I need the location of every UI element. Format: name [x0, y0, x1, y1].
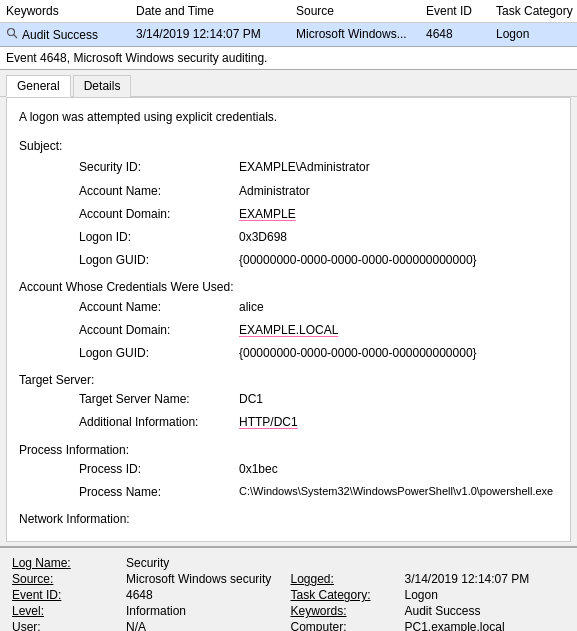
subject-logon-guid-value: {00000000-0000-0000-0000-000000000000} — [239, 251, 558, 270]
source-label: Source: — [12, 572, 122, 586]
level-label: Level: — [12, 604, 122, 618]
task-cat-label: Task Category: — [291, 588, 401, 602]
process-label: Process Information: — [19, 443, 129, 457]
table-row[interactable]: Audit Success 3/14/2019 12:14:07 PM Micr… — [0, 23, 577, 46]
process-field-1: Process Name: C:\Windows\System32\Window… — [79, 483, 558, 502]
tab-details[interactable]: Details — [73, 75, 132, 97]
acct-account-domain-label: Account Domain: — [79, 321, 239, 340]
tab-general[interactable]: General — [6, 75, 71, 97]
col-source: Source — [294, 2, 424, 20]
acct-account-name-value: alice — [239, 298, 558, 317]
col-keywords: Keywords — [4, 2, 134, 20]
target-server-name-value: DC1 — [239, 390, 558, 409]
subject-account-name-label: Account Name: — [79, 182, 239, 201]
row-eventid: 4648 — [424, 25, 494, 44]
row-source: Microsoft Windows... — [294, 25, 424, 44]
table-header: Keywords Date and Time Source Event ID T… — [0, 0, 577, 23]
acct-field-2: Logon GUID: {00000000-0000-0000-0000-000… — [79, 344, 558, 363]
acct-account-name-label: Account Name: — [79, 298, 239, 317]
row-keywords: Audit Success — [4, 25, 134, 44]
acct-logon-guid-label: Logon GUID: — [79, 344, 239, 363]
search-icon — [6, 27, 18, 42]
subject-logon-id-label: Logon ID: — [79, 228, 239, 247]
target-server-name-label: Target Server Name: — [79, 390, 239, 409]
acct-section: Account Whose Credentials Were Used: Acc… — [19, 278, 558, 363]
target-additional-info-label: Additional Information: — [79, 413, 239, 432]
network-section: Network Information: — [19, 510, 558, 529]
col-datetime: Date and Time — [134, 2, 294, 20]
subject-field-0: Security ID: EXAMPLE\Administrator — [79, 158, 558, 177]
acct-field-0: Account Name: alice — [79, 298, 558, 317]
tab-bar: General Details — [0, 70, 577, 97]
intro-text: A logon was attempted using explicit cre… — [19, 108, 558, 127]
user-value: N/A — [126, 620, 287, 631]
keywords-label: Keywords: — [291, 604, 401, 618]
acct-logon-guid-value: {00000000-0000-0000-0000-000000000000} — [239, 344, 558, 363]
logged-value: 3/14/2019 12:14:07 PM — [405, 572, 566, 586]
subject-account-domain-value: EXAMPLE — [239, 205, 558, 224]
main-panel: A logon was attempted using explicit cre… — [6, 97, 571, 542]
task-cat-value: Logon — [405, 588, 566, 602]
subject-field-1: Account Name: Administrator — [79, 182, 558, 201]
eventid-value: 4648 — [126, 588, 287, 602]
subject-label: Subject: — [19, 137, 558, 156]
logged-label: Logged: — [291, 572, 401, 586]
col-category: Task Category — [494, 2, 577, 20]
process-name-label: Process Name: — [79, 483, 239, 502]
keywords-value: Audit Success — [405, 604, 566, 618]
acct-account-domain-value: EXAMPLE.LOCAL — [239, 321, 558, 340]
row-category: Logon — [494, 25, 577, 44]
subject-logon-id-value: 0x3D698 — [239, 228, 558, 247]
subject-security-id-label: Security ID: — [79, 158, 239, 177]
subject-field-3: Logon ID: 0x3D698 — [79, 228, 558, 247]
acct-label: Account Whose Credentials Were Used: — [19, 280, 234, 294]
computer-label: Computer: — [291, 620, 401, 631]
svg-point-0 — [8, 29, 15, 36]
log-name-label: Log Name: — [12, 556, 122, 570]
process-id-label: Process ID: — [79, 460, 239, 479]
target-field-1: Additional Information: HTTP/DC1 — [79, 413, 558, 432]
target-additional-info-value: HTTP/DC1 — [239, 413, 558, 432]
subject-security-id-value: EXAMPLE\Administrator — [239, 158, 558, 177]
eventid-label: Event ID: — [12, 588, 122, 602]
col-eventid: Event ID — [424, 2, 494, 20]
computer-value: PC1.example.local — [405, 620, 566, 631]
level-value: Information — [126, 604, 287, 618]
info-grid: Log Name: Security Source: Microsoft Win… — [12, 556, 565, 631]
subject-field-4: Logon GUID: {00000000-0000-0000-0000-000… — [79, 251, 558, 270]
info-panel: Log Name: Security Source: Microsoft Win… — [0, 546, 577, 631]
target-field-0: Target Server Name: DC1 — [79, 390, 558, 409]
subject-account-domain-label: Account Domain: — [79, 205, 239, 224]
user-label: User: — [12, 620, 122, 631]
svg-line-1 — [14, 35, 18, 39]
source-value: Microsoft Windows security — [126, 572, 287, 586]
subject-logon-guid-label: Logon GUID: — [79, 251, 239, 270]
row-datetime: 3/14/2019 12:14:07 PM — [134, 25, 294, 44]
process-field-0: Process ID: 0x1bec — [79, 460, 558, 479]
acct-field-1: Account Domain: EXAMPLE.LOCAL — [79, 321, 558, 340]
target-section: Target Server: Target Server Name: DC1 A… — [19, 371, 558, 433]
process-id-value: 0x1bec — [239, 460, 558, 479]
subject-account-name-value: Administrator — [239, 182, 558, 201]
process-section: Process Information: Process ID: 0x1bec … — [19, 441, 558, 503]
subject-section: Subject: Security ID: EXAMPLE\Administra… — [19, 137, 558, 270]
subject-field-2: Account Domain: EXAMPLE — [79, 205, 558, 224]
target-label: Target Server: — [19, 373, 94, 387]
event-description: Event 4648, Microsoft Windows security a… — [0, 46, 577, 70]
process-name-value: C:\Windows\System32\WindowsPowerShell\v1… — [239, 483, 558, 502]
network-label: Network Information: — [19, 512, 130, 526]
log-name-value: Security — [126, 556, 287, 570]
